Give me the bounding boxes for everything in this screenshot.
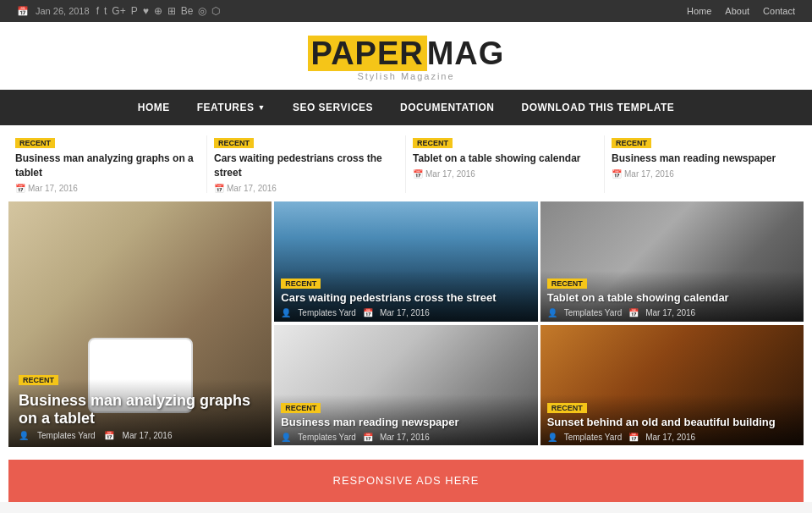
card-keyboard[interactable]: RECENT Tablet on a table showing calenda… [540,201,804,323]
card-newspaper[interactable]: RECENT Business man reading newspaper 👤 … [274,325,537,447]
main-card-date-icon: 📅 [104,431,114,440]
building-author-icon: 👤 [547,433,557,442]
main-card-meta: 👤 Templates Yard 📅 Mar 17, 2016 [19,431,261,440]
main-card-badge: RECENT [19,375,58,385]
nav-home[interactable]: HOME [124,90,184,125]
cars-author-icon: 👤 [281,308,291,317]
teaser-4[interactable]: RECENT Business man reading newspaper 📅 … [605,135,804,193]
content-wrapper: RECENT Business man analyzing graphs on … [0,125,812,502]
calendar-icon: 📅 [17,6,29,17]
site-title-part1: PAPER [308,36,427,71]
cars-date-icon: 📅 [363,308,373,317]
keyboard-author-icon: 👤 [547,308,557,317]
teaser-3-title: Tablet on a table showing calendar [413,152,597,166]
main-card-date: Mar 17, 2016 [123,431,173,440]
share-icon[interactable]: ⬡ [211,5,220,17]
cars-city-meta: 👤 Templates Yard 📅 Mar 17, 2016 [281,308,530,317]
teaser-3[interactable]: RECENT Tablet on a table showing calenda… [406,135,605,193]
main-card-title: Business man analyzing graphs on a table… [19,392,261,428]
cal-icon-1: 📅 [15,184,25,193]
teaser-2-date: 📅 Mar 17, 2016 [214,184,398,193]
newspaper-title: Business man reading newspaper [281,416,530,430]
googleplus-icon[interactable]: G+ [112,5,125,17]
top-nav-contact[interactable]: Contact [763,6,795,16]
ad-banner: RESPONSIVE ADS HERE [8,460,804,502]
newspaper-meta: 👤 Templates Yard 📅 Mar 17, 2016 [281,433,530,442]
newspaper-date: Mar 17, 2016 [380,433,430,442]
keyboard-date: Mar 17, 2016 [645,308,695,317]
site-title-part2: MAG [427,36,505,71]
keyboard-date-icon: 📅 [628,308,639,317]
nav-features[interactable]: FEATURES ▼ [184,90,279,125]
site-title: PAPERMAG [0,37,812,69]
building-badge: RECENT [547,403,587,413]
newspaper-author: Templates Yard [298,433,356,442]
top-nav-about[interactable]: About [725,6,749,16]
twitter-icon[interactable]: t [104,5,107,17]
keyboard-meta: 👤 Templates Yard 📅 Mar 17, 2016 [547,308,797,317]
keyboard-author: Templates Yard [564,308,623,317]
newspaper-date-icon: 📅 [363,433,373,442]
teaser-2-badge: RECENT [214,138,254,148]
nav-download[interactable]: DOWNLOAD THIS TEMPLATE [508,90,688,125]
main-card-author: Templates Yard [37,431,96,440]
teaser-2-title: Cars waiting pedestrians cross the stree… [214,152,398,180]
social-icons: f t G+ P ♥ ⊕ ⊞ Be ◎ ⬡ [96,5,221,17]
building-meta: 👤 Templates Yard 📅 Mar 17, 2016 [547,433,797,442]
top-bar: 📅 Jan 26, 2018 f t G+ P ♥ ⊕ ⊞ Be ◎ ⬡ Hom… [0,0,812,22]
card-building[interactable]: RECENT Sunset behind an old and beautifu… [540,325,804,447]
building-author: Templates Yard [564,433,623,442]
behance-icon[interactable]: Be [181,5,194,17]
cars-city-badge: RECENT [281,279,321,289]
featured-main-card[interactable]: RECENT Business man analyzing graphs on … [8,201,272,447]
keyboard-title: Tablet on a table showing calendar [547,291,797,306]
pinterest-icon[interactable]: P [131,5,138,17]
top-bar-nav: Home About Contact [687,6,795,16]
main-nav: HOME FEATURES ▼ SEO SERVICES DOCUMENTATI… [0,90,812,125]
teaser-4-badge: RECENT [612,138,651,148]
keyboard-badge: RECENT [547,279,587,289]
keyboard-overlay: RECENT Tablet on a table showing calenda… [540,269,804,323]
teaser-1-badge: RECENT [15,138,55,148]
building-date-icon: 📅 [628,433,639,442]
newspaper-overlay: RECENT Business man reading newspaper 👤 … [274,394,537,447]
teaser-4-date: 📅 Mar 17, 2016 [612,169,797,179]
main-card-author-icon: 👤 [19,431,29,440]
ad-banner-text: RESPONSIVE ADS HERE [333,474,480,487]
teaser-1-title: Business man analyzing graphs on a table… [15,152,200,180]
nav-documentation[interactable]: DOCUMENTATION [387,90,508,125]
cars-city-title: Cars waiting pedestrians cross the stree… [281,291,530,306]
top-nav-home[interactable]: Home [687,6,711,16]
newspaper-author-icon: 👤 [281,433,291,442]
teaser-3-date: 📅 Mar 17, 2016 [413,169,597,179]
nav-seo[interactable]: SEO SERVICES [279,90,387,125]
cal-icon-4: 📅 [612,169,622,179]
rss-icon[interactable]: ⊞ [167,5,176,17]
facebook-icon[interactable]: f [96,5,99,17]
site-tagline: Stylish Magazine [0,71,812,81]
teaser-1[interactable]: RECENT Business man analyzing graphs on … [8,135,207,193]
cars-city-overlay: RECENT Cars waiting pedestrians cross th… [274,269,537,323]
building-date: Mar 17, 2016 [645,433,695,442]
top-date: Jan 26, 2018 [36,6,90,16]
building-overlay: RECENT Sunset behind an old and beautifu… [540,394,804,447]
site-header: PAPERMAG Stylish Magazine [0,22,812,90]
cars-date: Mar 17, 2016 [380,308,430,317]
building-title: Sunset behind an old and beautiful build… [547,416,797,430]
featured-grid: RECENT Business man analyzing graphs on … [0,198,812,455]
heart-icon[interactable]: ♥ [143,5,149,17]
newspaper-badge: RECENT [281,403,321,413]
features-arrow: ▼ [258,103,266,112]
card-cars-city[interactable]: RECENT Cars waiting pedestrians cross th… [274,201,537,323]
main-card-overlay: RECENT Business man analyzing graphs on … [8,362,272,447]
cal-icon-3: 📅 [413,169,423,179]
teaser-4-title: Business man reading newspaper [612,152,797,166]
cal-icon-2: 📅 [214,184,224,193]
teaser-2[interactable]: RECENT Cars waiting pedestrians cross th… [207,135,406,193]
top-teasers: RECENT Business man analyzing graphs on … [0,125,812,198]
teaser-3-badge: RECENT [413,138,453,148]
cars-author: Templates Yard [298,308,356,317]
top-bar-left: 📅 Jan 26, 2018 f t G+ P ♥ ⊕ ⊞ Be ◎ ⬡ [17,5,220,17]
dribbble-icon[interactable]: ⊕ [154,5,162,17]
instagram-icon[interactable]: ◎ [198,5,206,17]
